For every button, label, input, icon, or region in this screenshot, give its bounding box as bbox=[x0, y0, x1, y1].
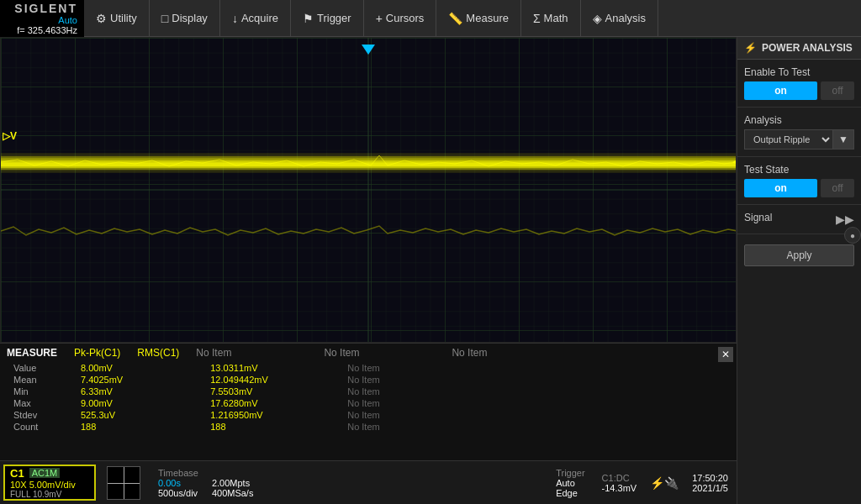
menu-label-acquire: Acquire bbox=[241, 12, 278, 24]
power-icon: ⚡ bbox=[744, 42, 757, 54]
timebase-time: 0.00s bbox=[158, 478, 198, 488]
brand-mode: Auto bbox=[58, 15, 77, 25]
analysis-dropdown-arrow[interactable]: ▼ bbox=[833, 129, 854, 150]
channel-scale: 10X 5.00mV/div bbox=[10, 480, 89, 490]
timebase-label: Timebase bbox=[158, 468, 198, 478]
trigger-icon: ⚑ bbox=[303, 12, 314, 25]
menu-label-measure: Measure bbox=[466, 12, 509, 24]
menu-item-math[interactable]: Σ Math bbox=[521, 0, 581, 37]
math-icon: Σ bbox=[533, 12, 541, 25]
menu-item-acquire[interactable]: ↓ Acquire bbox=[220, 0, 291, 37]
dc-label: C1:DC bbox=[602, 473, 630, 483]
menu-label-analysis: Analysis bbox=[605, 12, 646, 24]
channel-coupling: AC1M bbox=[29, 468, 61, 478]
measure-col2-header[interactable]: RMS(C1) bbox=[137, 347, 179, 359]
menu-label-display: Display bbox=[172, 12, 208, 24]
scope-crosshair bbox=[103, 465, 145, 501]
measure-col4-header: No Item bbox=[324, 347, 359, 359]
measure-table-row: Min6.33mV7.5503mVNo Item bbox=[7, 386, 730, 397]
apply-section: Apply bbox=[737, 234, 861, 273]
menu-item-analysis[interactable]: ◈ Analysis bbox=[581, 0, 658, 37]
measure-table-row: Count188188No Item bbox=[7, 421, 730, 433]
menu-item-cursors[interactable]: + Cursors bbox=[364, 0, 437, 37]
test-state-off-button[interactable]: off bbox=[821, 179, 854, 197]
bottom-bar: C1 AC1M 10X 5.00mV/div FULL 10.9mV Timeb… bbox=[0, 460, 737, 504]
right-scroll-indicator[interactable]: ● bbox=[844, 227, 861, 244]
menu-label-math: Math bbox=[544, 12, 568, 24]
mpts-value: 2.00Mpts bbox=[212, 478, 254, 488]
right-panel-title: POWER ANALYSIS bbox=[762, 42, 853, 54]
menu-label-trigger: Trigger bbox=[317, 12, 351, 24]
measure-col1-header[interactable]: Pk-Pk(C1) bbox=[74, 347, 120, 359]
enable-off-button[interactable]: off bbox=[821, 81, 854, 100]
trigger-info: Trigger Auto Edge bbox=[547, 461, 593, 504]
measure-icon: 📏 bbox=[448, 12, 462, 25]
menu-item-trigger[interactable]: ⚑ Trigger bbox=[291, 0, 364, 37]
measure-table-row: Mean7.4025mV12.049442mVNo Item bbox=[7, 374, 730, 386]
signal-label: Signal bbox=[744, 212, 772, 223]
scope-area: ▷V bbox=[0, 37, 737, 504]
measure-panel: MEASURE Pk-Pk(C1) RMS(C1) No Item No Ite… bbox=[0, 343, 737, 460]
clock-time: 17:50:20 bbox=[692, 473, 728, 483]
brand-name: SIGLENT bbox=[14, 2, 77, 15]
analysis-label: Analysis bbox=[744, 114, 854, 126]
analysis-select[interactable]: Output Ripple bbox=[744, 129, 833, 150]
trigger-mode: Auto bbox=[556, 478, 575, 488]
measure-close-button[interactable]: ✕ bbox=[718, 347, 733, 362]
ch-dc-info: C1:DC -14.3mV bbox=[594, 461, 646, 504]
channel-indicator: C1 AC1M 10X 5.00mV/div FULL 10.9mV bbox=[3, 465, 96, 501]
trigger-type: Edge bbox=[556, 488, 578, 498]
acquire-icon: ↓ bbox=[232, 12, 238, 25]
menu-item-display[interactable]: □ Display bbox=[150, 0, 220, 37]
menu-label-utility: Utility bbox=[110, 12, 137, 24]
menu-bar: SIGLENT Auto f= 325.4633Hz ⚙ Utility □ D… bbox=[0, 0, 861, 37]
apply-button[interactable]: Apply bbox=[744, 244, 854, 266]
timebase-group: Timebase 0.00s 500us/div bbox=[158, 468, 198, 498]
timebase-perdiv: 500us/div bbox=[158, 488, 198, 498]
time-display: 17:50:20 2021/1/5 bbox=[684, 461, 737, 504]
right-panel: ⚡ POWER ANALYSIS Enable To Test on off A… bbox=[737, 37, 861, 504]
enable-to-test-label: Enable To Test bbox=[744, 66, 854, 78]
right-panel-header: ⚡ POWER ANALYSIS bbox=[737, 37, 861, 60]
sample-rate: 400MSa/s bbox=[212, 488, 254, 498]
dc-value: -14.3mV bbox=[602, 483, 637, 493]
trigger-label: Trigger bbox=[556, 468, 584, 478]
test-state-on-button[interactable]: on bbox=[744, 179, 817, 197]
menu-item-utility[interactable]: ⚙ Utility bbox=[84, 0, 150, 37]
channel-mode: FULL 10.9mV bbox=[10, 490, 89, 499]
analysis-select-row: Output Ripple ▼ bbox=[744, 129, 854, 150]
analysis-section: Analysis Output Ripple ▼ bbox=[737, 108, 861, 156]
measure-table: Value8.00mV13.0311mVNo ItemMean7.4025mV1… bbox=[7, 362, 730, 433]
brand-logo: SIGLENT Auto f= 325.4633Hz bbox=[0, 0, 84, 39]
mpts-group: 2.00Mpts 400MSa/s bbox=[212, 468, 254, 498]
menu-label-cursors: Cursors bbox=[386, 12, 425, 24]
measure-col5-header: No Item bbox=[452, 347, 487, 359]
menu-item-measure[interactable]: 📏 Measure bbox=[436, 0, 521, 37]
measure-header: MEASURE Pk-Pk(C1) RMS(C1) No Item No Ite… bbox=[7, 347, 730, 359]
enable-on-button[interactable]: on bbox=[744, 81, 817, 100]
waveform-svg bbox=[1, 38, 736, 342]
waveform-area[interactable]: ▷V bbox=[0, 37, 737, 343]
main-layout: ▷V bbox=[0, 37, 861, 504]
timebase-info: Timebase 0.00s 500us/div 2.00Mpts 400MSa… bbox=[148, 461, 547, 504]
utility-icon: ⚙ bbox=[96, 12, 107, 25]
clock-date: 2021/1/5 bbox=[692, 483, 728, 493]
display-icon: □ bbox=[161, 12, 168, 25]
measure-table-row: Value8.00mV13.0311mVNo Item bbox=[7, 362, 730, 374]
measure-table-row: Stdev525.3uV1.216950mVNo Item bbox=[7, 409, 730, 421]
measure-table-row: Max9.00mV17.6280mVNo Item bbox=[7, 397, 730, 409]
test-state-section: Test State on off bbox=[737, 157, 861, 204]
cursors-icon: + bbox=[376, 12, 383, 25]
measure-col3-header: No Item bbox=[196, 347, 231, 359]
signal-expand-icon[interactable]: ▶▶ bbox=[836, 213, 854, 226]
signal-section: Signal ▶▶ bbox=[737, 205, 861, 234]
channel-name: C1 bbox=[10, 467, 24, 480]
signal-row: Signal ▶▶ bbox=[744, 212, 854, 227]
analysis-icon: ◈ bbox=[593, 12, 602, 25]
usb-icon: ⚡🔌 bbox=[645, 461, 684, 504]
ch-indicator-top: C1 AC1M bbox=[10, 467, 89, 480]
brand-freq: f= 325.4633Hz bbox=[17, 25, 77, 35]
mpts-label bbox=[212, 468, 254, 478]
test-state-label: Test State bbox=[744, 164, 854, 176]
crosshair-box bbox=[107, 466, 140, 500]
